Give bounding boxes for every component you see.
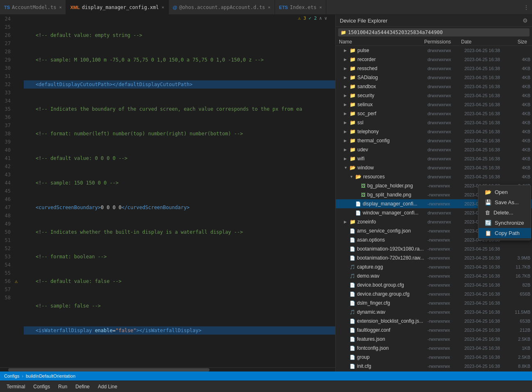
list-item[interactable]: 📄 device.charge.group.cfg -rwxrwxrwx 202… [336, 289, 532, 299]
folder-expand-icon: ▶ [344, 93, 350, 98]
item-size: 2.5KB [509, 337, 532, 342]
breadcrumb-configs[interactable]: Configs [4, 374, 19, 378]
item-perms: -rwxrwxrwx [427, 246, 464, 251]
list-item[interactable]: ▼ 📂 window drwxrwxrwx 2023-04-25 16:38 4… [336, 163, 532, 172]
tab-overflow-btn[interactable]: ⋮ [521, 5, 532, 10]
list-item[interactable]: ▼ 📂 resources drwxrwxrwx 2023-04-25 16:3… [336, 172, 532, 181]
list-item[interactable]: 📄 faultlogger.conf -rwxrwxrwx 2023-04-25… [336, 326, 532, 335]
list-item[interactable]: 📄 bootanimation-1920x1080.ra... -rwxrwxr… [336, 244, 532, 253]
list-item[interactable]: ▶ 📁 pulse drwxrwxrwx 2023-04-25 16:38 [336, 46, 532, 55]
item-size: 4KB [509, 147, 532, 152]
item-name: wifi [357, 156, 427, 162]
list-item[interactable]: 📄 device.boot.group.cfg -rwxrwxrwx 2023-… [336, 280, 532, 289]
context-menu-sync[interactable]: 🔄 Synchronize [478, 218, 531, 228]
main-area: ⚠ 3 ✓ 2 ∧ ∨ 24 25 26 27 28 29 30 31 32 3… [0, 15, 532, 371]
item-size: 4KB [509, 93, 532, 98]
tab-label: display_manager_config.xml [82, 5, 159, 10]
breadcrumb-orientation[interactable]: buildInDefaultOrientation [26, 374, 75, 378]
item-perms: drwxrwxrwx [427, 120, 464, 125]
item-size: 4KB [509, 102, 532, 107]
search-bar: 📁 [338, 28, 530, 36]
folder-expand-icon: ▶ [344, 57, 350, 62]
scroll-down-btn[interactable]: ∨ [324, 16, 327, 21]
list-item[interactable]: ▶ 📁 wifi drwxrwxrwx 2023-04-25 16:38 4KB [336, 154, 532, 163]
terminal-btn[interactable]: Terminal [3, 383, 28, 390]
item-date: 2023-04-25 16:38 [464, 292, 509, 296]
tab-bar: TS AccountModel.ts ✕ XML display_manager… [0, 0, 532, 15]
list-item[interactable]: 📄 features.json -rwxrwxrwx 2023-04-25 16… [336, 335, 532, 344]
context-menu-open[interactable]: 📂 Open [478, 187, 531, 197]
warning-indicator[interactable]: ⚠ 3 [298, 16, 306, 21]
list-item[interactable]: ▶ 📁 thermal_config drwxrwxrwx 2023-04-25… [336, 136, 532, 145]
list-item[interactable]: ▶ 📁 ressched drwxrwxrwx 2023-04-25 16:38… [336, 64, 532, 73]
context-menu-delete[interactable]: 🗑 Delete... [478, 207, 531, 218]
status-bar: Configs › buildInDefaultOrientation [0, 371, 532, 381]
check-indicator[interactable]: ✓ 2 [309, 16, 317, 21]
list-item[interactable]: ▶ 📁 recorder drwxrwxrwx 2023-04-25 16:38… [336, 55, 532, 64]
list-item[interactable]: 📄 fontconfig.json -rwxrwxrwx 2023-04-25 … [336, 344, 532, 353]
file-cfg-icon: 📄 [350, 328, 355, 333]
tab-ohos-account[interactable]: @ @ohos.account.appAccount.d.ts ✕ [169, 0, 275, 14]
define-btn[interactable]: Define [72, 383, 93, 390]
list-item[interactable]: 📄 init.usb.cfg -rwxrwxrwx 2023-04-25 16:… [336, 371, 532, 371]
list-item[interactable]: ▶ 📁 udev drwxrwxrwx 2023-04-25 16:38 4KB [336, 145, 532, 154]
context-menu-copypath[interactable]: 📋 Copy Path [478, 228, 531, 238]
gear-icon[interactable]: ⚙ [523, 17, 528, 24]
item-name: bootanimation-720x1280.raw... [357, 255, 427, 261]
tab-close-icon[interactable]: ✕ [268, 5, 271, 9]
context-menu-saveas[interactable]: 💾 Save As... [478, 197, 531, 207]
run-btn[interactable]: Run [55, 383, 70, 390]
file-json-icon: 📄 [350, 228, 355, 234]
folder-expand-icon: ▶ [344, 220, 350, 224]
scroll-up-btn[interactable]: ∧ [319, 16, 322, 21]
search-path-input[interactable] [348, 30, 527, 35]
tab-close-icon[interactable]: ✕ [319, 5, 322, 9]
item-perms: drwxrwxrwx [427, 210, 464, 215]
folder-expand-icon: ▶ [344, 84, 350, 89]
list-item[interactable]: 🎵 demo.wav -rwxrwxrwx 2023-04-25 16:38 1… [336, 271, 532, 280]
item-size: 4KB [509, 57, 532, 62]
editor-hscrollbar[interactable] [0, 367, 335, 371]
list-item[interactable]: ▶ 📁 selinux drwxrwxrwx 2023-04-25 16:38 … [336, 100, 532, 109]
addline-btn[interactable]: Add Line [95, 383, 120, 390]
item-perms: -rwxrwxrwx [427, 183, 464, 188]
item-size: 4KB [509, 174, 532, 179]
item-date: 2023-04-25 16:38 [464, 129, 509, 134]
list-item[interactable]: 📄 init.cfg -rwxrwxrwx 2023-04-25 16:38 8… [336, 362, 532, 371]
list-item[interactable]: ▶ 📁 ssl drwxrwxrwx 2023-04-25 16:38 4KB [336, 118, 532, 127]
tab-close-icon[interactable]: ✕ [59, 5, 61, 9]
tab-close-icon[interactable]: ✕ [162, 5, 164, 9]
folder-icon: 📁 [350, 219, 356, 225]
item-size: 4KB [509, 165, 532, 170]
tab-index-ets[interactable]: ETS Index.ets ✕ [275, 0, 326, 14]
file-xml-icon: 📄 [355, 201, 361, 207]
item-name: sandbox [357, 84, 427, 89]
file-cfg-icon: 📄 [350, 301, 355, 306]
list-item[interactable]: ▶ 📁 soc_perf drwxrwxrwx 2023-04-25 16:38… [336, 109, 532, 118]
list-item[interactable]: ▶ 📁 sandbox drwxrwxrwx 2023-04-25 16:38 … [336, 82, 532, 91]
item-date: 2023-04-25 16:38 [464, 57, 509, 62]
open-icon: 📂 [485, 189, 491, 195]
list-item[interactable]: 📄 bootanimation-720x1280.raw... -rwxrwxr… [336, 253, 532, 262]
list-item[interactable]: ▶ 📁 security drwxrwxrwx 2023-04-25 16:38… [336, 91, 532, 100]
code-line-34: <!-- default value: false --> [24, 277, 335, 285]
list-item[interactable]: 📄 group -rwxrwxrwx 2023-04-25 16:38 2.5K… [336, 353, 532, 362]
item-size: 4KB [509, 129, 532, 134]
list-item[interactable]: 🎵 dynamic.wav -rwxrwxrwx 2023-04-25 16:3… [336, 308, 532, 317]
item-perms: drwxrwxrwx [427, 102, 464, 107]
list-item[interactable]: 📄 extension_blocklist_config.js... -rwxr… [336, 317, 532, 326]
tab-display-manager[interactable]: XML display_manager_config.xml ✕ [66, 0, 168, 14]
list-item[interactable]: 📄 dslm_finger.cfg -rwxrwxrwx 2023-04-25 … [336, 299, 532, 308]
list-item[interactable]: 🎵 capture.ogg -rwxrwxrwx 2023-04-25 16:3… [336, 262, 532, 271]
list-item[interactable]: ▶ 📁 SADialog drwxrwxrwx 2023-04-25 16:38… [336, 73, 532, 82]
file-gen-icon: 📄 [355, 210, 361, 216]
file-gen-icon: 📄 [350, 237, 355, 243]
copypath-icon: 📋 [485, 230, 491, 236]
code-lines[interactable]: <!-- default value: empty string --> <!-… [22, 15, 335, 367]
editor-content[interactable]: 24 25 26 27 28 29 30 31 32 33 34 35 36 3… [0, 15, 335, 367]
tab-account-model[interactable]: TS AccountModel.ts ✕ [0, 0, 66, 14]
item-name: fontconfig.json [357, 345, 427, 351]
configs-btn[interactable]: Configs [30, 383, 53, 390]
list-item[interactable]: ▶ 📁 telephony drwxrwxrwx 2023-04-25 16:3… [336, 127, 532, 136]
code-line-25: <!-- sample: M 100,100 m -75,0 a 75,75 0… [24, 56, 335, 64]
